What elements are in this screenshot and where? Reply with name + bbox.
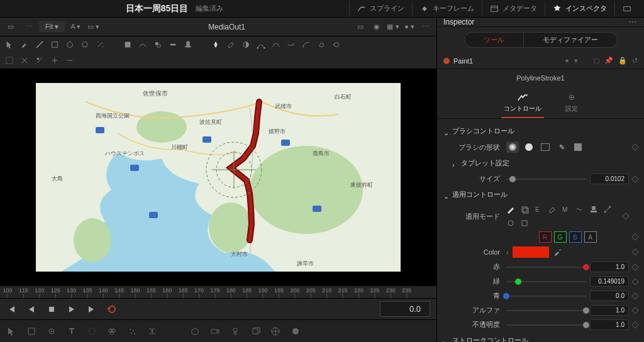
brush-shape-circle[interactable] [523,141,535,153]
red-value[interactable]: 1.0 [590,262,629,272]
brush-tool-icon[interactable] [20,40,29,49]
section-stroke-controls[interactable]: ›ストロークコントロール [437,332,644,342]
select-all-icon[interactable] [5,56,14,65]
keyframe-diamond[interactable] [631,321,638,328]
mode-tab-controls[interactable]: コントロール [501,89,544,118]
viewer-canvas[interactable]: 佐世保市 西海国立公園 ハウステンボス 川棚町 波佐見町 武雄市 白石町 嬉野市… [0,69,436,285]
node-reset-icon[interactable]: ↺ [632,57,638,65]
eyedropper-icon[interactable] [553,248,562,256]
alpha-value[interactable]: 1.0 [590,305,629,316]
viewer-layout-icon[interactable]: ▭ [4,21,18,33]
render3d-icon[interactable] [270,326,280,336]
polygon-tool-icon[interactable] [80,40,89,49]
view-b-button[interactable]: ▭ ▾ [86,21,100,33]
zoom-select[interactable]: Fit ▾ [39,21,65,32]
blue-value[interactable]: 0.0 [590,290,629,301]
keyframe-diamond[interactable] [631,263,638,270]
mode-extra2-icon[interactable] [520,219,529,228]
particles-icon[interactable] [127,326,137,336]
brush-shape-soft[interactable] [506,141,519,153]
mode-erase-icon[interactable] [548,205,557,214]
deselect-icon[interactable] [20,56,29,65]
bezier-tool-icon[interactable] [272,40,280,49]
view-a-button[interactable]: A ▾ [69,21,82,33]
section-apply-controls[interactable]: ⌄適用コントロール [437,186,644,203]
eraser-tool-icon[interactable] [226,40,235,49]
crop-icon[interactable] [26,326,36,336]
clone-tool-icon[interactable] [153,40,162,49]
tab-secondary-viewer[interactable] [614,1,639,16]
mode-emboss-icon[interactable]: E [534,205,543,214]
timecode-display[interactable]: 0.0 [380,301,430,317]
mode-color-icon[interactable] [506,205,515,214]
channel-a-button[interactable]: A [584,231,597,243]
fill-tool-icon[interactable] [123,40,132,49]
keyframe-diamond[interactable] [631,278,638,285]
tracker-icon[interactable] [47,326,57,336]
merge-icon[interactable] [147,326,157,336]
go-start-icon[interactable] [6,304,16,314]
keyframe-diamond[interactable] [631,143,638,150]
grid-icon[interactable]: ▦ ▾ [386,21,400,33]
wand-tool-icon[interactable] [96,40,104,49]
play-icon[interactable] [67,304,77,314]
alpha-slider[interactable] [506,310,586,311]
keyframe-diamond[interactable] [631,292,638,299]
mode-wire-icon[interactable] [603,205,612,214]
node-copy-icon[interactable]: ▢ [593,57,599,65]
stop-icon[interactable] [47,304,57,314]
arc-tool-icon[interactable] [302,40,311,49]
mode-stamp-icon[interactable] [589,205,598,214]
expand-icon[interactable] [50,56,59,65]
viewer-options-icon[interactable]: ⋯ [21,21,35,33]
node-chevron-icon[interactable]: ▾ [574,57,578,65]
curves-tool-icon[interactable] [138,40,147,49]
mode-extra1-icon[interactable] [506,219,515,228]
tab-keyframe[interactable]: キーフレーム [412,1,482,16]
keyframe-diamond[interactable] [631,233,638,240]
material-icon[interactable] [291,326,301,336]
tab-inspector[interactable]: インスペクタ [545,1,614,16]
text-icon[interactable] [67,326,77,336]
shape3d-icon[interactable] [250,326,260,336]
freehand-tool-icon[interactable] [287,40,296,49]
channel-g-button[interactable]: G [554,231,567,243]
mode-smear-icon[interactable] [575,205,584,214]
color-corrector-icon[interactable] [107,326,117,336]
settings-icon[interactable]: ⋯ [419,21,433,33]
inspector-menu-icon[interactable]: ⋯ [629,18,638,26]
size-value[interactable]: 0.0102 [590,174,629,184]
node-lock-icon[interactable]: 🔒 [618,57,627,65]
channel-r-button[interactable]: R [539,231,552,243]
tab-spline[interactable]: スプライン [349,1,412,16]
keyframe-diamond[interactable] [622,212,629,219]
spiral-tool-icon[interactable] [317,40,326,49]
red-slider[interactable] [506,267,586,268]
line-tool-icon[interactable] [35,40,44,49]
blue-slider[interactable] [506,295,586,297]
go-end-icon[interactable] [87,304,97,314]
ellipse-tool-icon[interactable] [65,40,74,49]
inspector-tab-modifier[interactable]: モディファイアー [524,32,618,48]
play-reverse-icon[interactable] [26,304,36,314]
brush-shape-noise[interactable]: ✎ [555,141,568,153]
reset-tool-icon[interactable] [332,40,341,49]
channel-b-button[interactable]: B [569,231,582,243]
keyframe-diamond[interactable] [631,248,638,255]
green-slider[interactable] [506,281,586,282]
inspector-tab-tool[interactable]: ツール [464,32,524,48]
loop-icon[interactable] [107,304,117,314]
section-brush-controls[interactable]: ⌄ブラシコントロール [437,123,644,140]
brush-shape-square[interactable] [572,141,584,153]
pointer-tool-icon[interactable] [5,40,14,49]
pointer-icon[interactable] [6,326,16,336]
timeline-ruler[interactable]: 1001151201251301351401451501551601651701… [0,285,436,298]
smear-tool-icon[interactable] [169,40,177,49]
section-tablet[interactable]: ›タブレット設定 [437,155,644,172]
light-icon[interactable] [230,326,240,336]
color-icon[interactable]: ● ▾ [402,21,416,33]
mask-tool-icon[interactable] [242,40,250,49]
keyframe-diamond[interactable] [631,175,638,182]
node-enable-icon[interactable]: ● [565,57,569,65]
path-tool-icon[interactable] [257,40,265,49]
